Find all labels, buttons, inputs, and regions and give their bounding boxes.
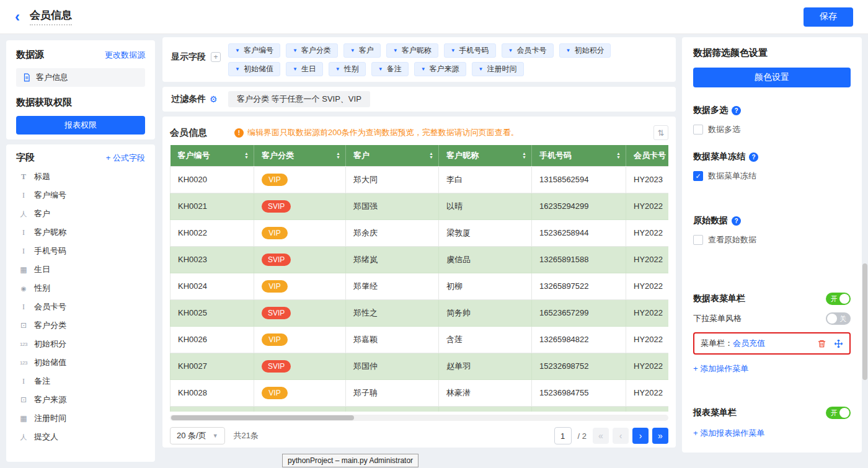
horizontal-scrollbar-thumb[interactable] xyxy=(171,415,354,420)
column-header[interactable]: 客户编号 xyxy=(170,145,254,166)
table-row[interactable]: KH0025 SVIP 郑性之 简务帅 16523657299 HY2022 xyxy=(170,299,669,326)
sort-icon[interactable] xyxy=(522,152,526,159)
display-field-chip[interactable]: ▼客户分类 xyxy=(286,43,338,58)
menu-item-box[interactable]: 菜单栏： 会员充值 xyxy=(693,332,851,355)
table-row[interactable]: KH0023 SVIP 郑绪岚 虞信品 13265891588 HY2022 xyxy=(170,246,669,273)
table-menu-toggle[interactable]: 开 xyxy=(826,293,851,305)
cell-category: VIP xyxy=(254,379,346,406)
raw-data-checkbox[interactable] xyxy=(693,235,703,245)
chip-label: 手机号码 xyxy=(459,45,489,56)
display-field-chip[interactable]: ▼客户来源 xyxy=(414,62,466,76)
table-row[interactable]: KH0028 VIP 郑子聃 林豪潜 15236984755 HY2022 xyxy=(170,379,669,406)
cell-nickname: 李白 xyxy=(439,166,532,193)
chevron-down-icon: ▼ xyxy=(335,66,340,72)
display-field-chip[interactable]: ▼注册时间 xyxy=(472,62,524,76)
column-header[interactable]: 客户昵称 xyxy=(439,145,532,166)
field-item[interactable]: 提交人 xyxy=(16,428,145,446)
dropdown-style-toggle[interactable]: 关 xyxy=(826,312,851,325)
multi-select-checkbox[interactable] xyxy=(693,125,703,135)
display-field-chip[interactable]: ▼备注 xyxy=(371,62,409,76)
display-field-chip[interactable]: ▼初始积分 xyxy=(559,43,611,58)
table-row[interactable]: KH0021 SVIP 郑国强 以晴 16235294299 HY2022 xyxy=(170,193,669,219)
chevron-down-icon: ▼ xyxy=(235,48,240,53)
vertical-scrollbar-thumb[interactable] xyxy=(862,263,867,380)
next-page-button[interactable]: › xyxy=(632,428,649,444)
table-row[interactable]: KH0022 VIP 郑余庆 梁敦厦 15236258944 HY2022 xyxy=(170,219,669,246)
add-formula-field-link[interactable]: + 公式字段 xyxy=(106,152,145,164)
display-field-chip[interactable]: ▼性别 xyxy=(329,62,366,76)
sort-icon[interactable] xyxy=(429,152,433,159)
field-item[interactable]: 标题 xyxy=(16,167,145,186)
add-report-menu-link[interactable]: + 添加报表操作菜单 xyxy=(693,428,764,439)
field-item[interactable]: 会员卡号 xyxy=(16,298,145,316)
add-action-menu-link[interactable]: + 添加操作菜单 xyxy=(693,363,748,374)
field-item[interactable]: 性别 xyxy=(16,279,145,298)
display-field-chip[interactable]: ▼初始储值 xyxy=(228,62,280,76)
sort-icon[interactable] xyxy=(616,152,621,159)
table-row[interactable]: KH0020 VIP 郑大同 李白 13158562594 HY2023 xyxy=(170,166,669,193)
move-icon[interactable] xyxy=(834,339,843,348)
table-row-partial[interactable]: VIP xyxy=(170,406,669,412)
chevron-down-icon: ▼ xyxy=(508,48,513,53)
menu-item-name[interactable]: 会员充值 xyxy=(733,338,765,349)
chip-label: 客户分类 xyxy=(301,45,331,56)
page-size-select[interactable]: 20 条/页 ▼ xyxy=(170,427,225,444)
report-menu-toggle[interactable]: 开 xyxy=(826,407,851,419)
table-row[interactable]: KH0026 VIP 郑嘉颖 含莲 13265984822 HY2022 xyxy=(170,326,669,353)
field-item[interactable]: 客户 xyxy=(16,205,145,223)
back-icon[interactable]: ‹ xyxy=(15,9,20,24)
sort-icon[interactable] xyxy=(244,152,249,159)
current-page-box[interactable]: 1 xyxy=(554,427,572,444)
field-item[interactable]: 注册时间 xyxy=(16,409,145,428)
cell-id: KH0020 xyxy=(170,166,254,193)
chip-label: 初始储值 xyxy=(244,64,273,74)
table-row[interactable]: KH0027 SVIP 郑国仲 赵单羽 15232698752 HY2022 xyxy=(170,353,669,379)
chip-label: 客户 xyxy=(359,45,374,56)
menu-freeze-section: 数据菜单冻结 ? 数据菜单冻结 xyxy=(693,151,851,182)
help-icon[interactable]: ? xyxy=(749,152,758,162)
first-page-button[interactable]: « xyxy=(593,428,609,444)
field-item[interactable]: 客户编号 xyxy=(16,186,145,205)
display-field-chip[interactable]: ▼生日 xyxy=(286,62,323,76)
help-icon[interactable]: ? xyxy=(732,106,741,115)
sort-icon[interactable] xyxy=(336,152,340,159)
column-header[interactable]: 客户 xyxy=(346,145,439,166)
display-field-chip[interactable]: ▼客户昵称 xyxy=(386,43,438,58)
filter-condition-chip[interactable]: 客户分类 等于任意一个 SVIP、VIP xyxy=(228,91,370,107)
datasource-item[interactable]: 客户信息 xyxy=(16,68,145,87)
field-item[interactable]: 客户昵称 xyxy=(16,223,145,242)
sort-order-button[interactable]: ⇅ xyxy=(653,125,668,140)
column-header[interactable]: 客户分类 xyxy=(254,145,346,166)
horizontal-scrollbar[interactable] xyxy=(170,415,668,421)
field-item[interactable]: 初始积分 xyxy=(16,335,145,353)
delete-icon[interactable] xyxy=(817,339,826,348)
display-field-chip[interactable]: ▼会员卡号 xyxy=(502,43,554,58)
color-settings-button[interactable]: 颜色设置 xyxy=(693,68,851,87)
display-field-chip[interactable]: ▼客户 xyxy=(343,43,381,58)
column-header[interactable]: 手机号码 xyxy=(532,145,626,166)
display-field-chip[interactable]: ▼手机号码 xyxy=(444,43,496,58)
field-item[interactable]: 手机号码 xyxy=(16,242,145,260)
last-page-button[interactable]: » xyxy=(652,428,668,444)
table-row[interactable]: KH0024 VIP 郑肇经 初柳 13265897522 HY2022 xyxy=(170,273,669,299)
cell-id: KH0027 xyxy=(170,353,254,379)
field-item[interactable]: 生日 xyxy=(16,260,145,279)
change-datasource-link[interactable]: 更改数据源 xyxy=(105,50,145,61)
field-item[interactable]: 客户分类 xyxy=(16,316,145,335)
field-item[interactable]: 初始储值 xyxy=(16,353,145,372)
help-icon[interactable]: ? xyxy=(732,216,741,226)
cell-customer: 郑肇经 xyxy=(346,273,439,299)
field-item[interactable]: 客户来源 xyxy=(16,391,145,409)
prev-page-button[interactable]: ‹ xyxy=(613,428,629,444)
display-field-chip[interactable]: ▼客户编号 xyxy=(228,43,280,58)
add-display-field-button[interactable]: + xyxy=(211,52,221,62)
category-badge: VIP xyxy=(262,174,288,186)
gear-icon[interactable]: ⚙ xyxy=(210,94,218,104)
field-item[interactable]: 备注 xyxy=(16,372,145,391)
menu-freeze-checkbox[interactable] xyxy=(693,171,703,181)
report-permission-button[interactable]: 报表权限 xyxy=(16,116,145,135)
column-header[interactable]: 会员卡号 xyxy=(626,145,669,166)
save-button[interactable]: 保存 xyxy=(804,7,853,27)
cell-customer: 郑性之 xyxy=(346,299,439,326)
field-label: 性别 xyxy=(34,283,50,294)
